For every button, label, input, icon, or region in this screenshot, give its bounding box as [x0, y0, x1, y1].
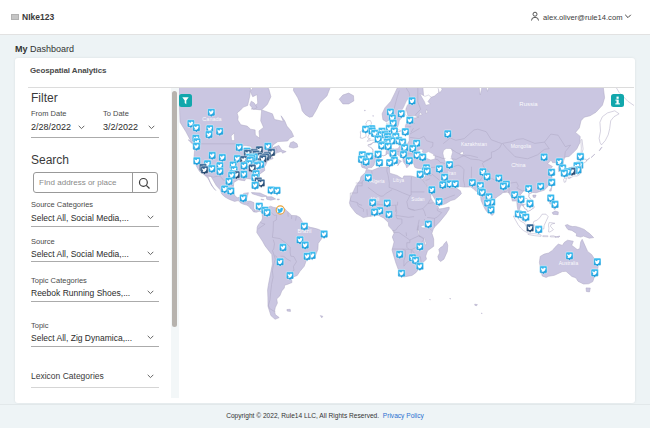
svg-text:China: China [511, 162, 526, 168]
svg-text:Canada: Canada [202, 116, 222, 122]
svg-text:Algeria: Algeria [370, 179, 385, 184]
svg-text:Australia: Australia [558, 260, 578, 266]
svg-text:Libya: Libya [393, 178, 404, 183]
svg-text:Russia: Russia [519, 101, 538, 107]
svg-text:Mongolia: Mongolia [510, 143, 531, 149]
svg-text:Iran: Iran [448, 171, 456, 176]
svg-text:Kazakhstan: Kazakhstan [460, 141, 486, 147]
svg-text:Sudan: Sudan [411, 197, 425, 202]
